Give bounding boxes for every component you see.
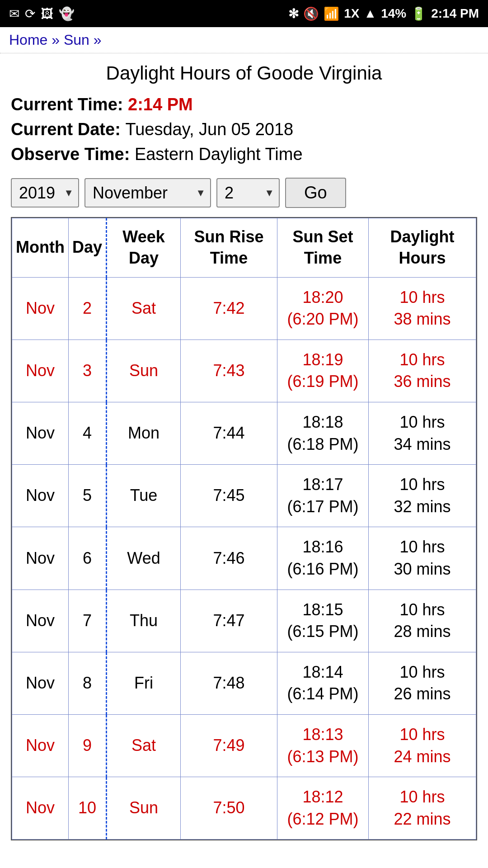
table-row: Nov 10 Sun 7:50 18:12(6:12 PM) 10 hrs22 … <box>12 777 476 840</box>
cell-month: Nov <box>12 402 69 464</box>
cell-day: 4 <box>68 402 106 464</box>
year-select-wrapper: 2018201920202021 ▼ <box>11 178 79 208</box>
cell-set: 18:17(6:17 PM) <box>277 465 368 527</box>
cell-month: Nov <box>12 527 69 590</box>
table-row: Nov 3 Sun 7:43 18:19(6:19 PM) 10 hrs36 m… <box>12 340 476 402</box>
current-time-label: Current Time: <box>11 95 128 114</box>
battery-percent: 14% <box>381 6 406 21</box>
cell-daylight: 10 hrs24 mins <box>369 714 476 777</box>
cell-weekday: Fri <box>107 652 181 714</box>
cell-weekday: Thu <box>107 590 181 652</box>
table-row: Nov 5 Tue 7:45 18:17(6:17 PM) 10 hrs32 m… <box>12 465 476 527</box>
cell-weekday: Sun <box>107 340 181 402</box>
cell-set: 18:16(6:16 PM) <box>277 527 368 590</box>
year-select[interactable]: 2018201920202021 <box>11 178 79 208</box>
cell-daylight: 10 hrs22 mins <box>369 777 476 840</box>
current-time-value: 2:14 PM <box>128 95 193 114</box>
cell-rise: 7:50 <box>181 777 277 840</box>
cell-daylight: 10 hrs32 mins <box>369 465 476 527</box>
cell-weekday: Wed <box>107 527 181 590</box>
cell-month: Nov <box>12 277 69 340</box>
cell-day: 6 <box>68 527 106 590</box>
go-button[interactable]: Go <box>285 178 346 208</box>
cell-daylight: 10 hrs38 mins <box>369 277 476 340</box>
cell-set: 18:15(6:15 PM) <box>277 590 368 652</box>
current-date-row: Current Date: Tuesday, Jun 05 2018 <box>11 120 477 139</box>
month-select[interactable]: JanuaryFebruaryMarchAprilMayJuneJulyAugu… <box>84 178 211 208</box>
cell-rise: 7:49 <box>181 714 277 777</box>
cell-month: Nov <box>12 340 69 402</box>
controls-row: 2018201920202021 ▼ JanuaryFebruaryMarchA… <box>11 178 477 208</box>
cell-set: 18:18(6:18 PM) <box>277 402 368 464</box>
table-body: Nov 2 Sat 7:42 18:20(6:20 PM) 10 hrs38 m… <box>12 277 476 840</box>
daylight-table: Month Day Week Day Sun Rise Time Sun Set… <box>12 218 476 840</box>
cell-daylight: 10 hrs30 mins <box>369 527 476 590</box>
table-row: Nov 6 Wed 7:46 18:16(6:16 PM) 10 hrs30 m… <box>12 527 476 590</box>
ghost-icon: 👻 <box>59 6 75 21</box>
cell-day: 5 <box>68 465 106 527</box>
cell-rise: 7:42 <box>181 277 277 340</box>
breadcrumb[interactable]: Home » Sun » <box>0 27 488 53</box>
cell-rise: 7:45 <box>181 465 277 527</box>
table-row: Nov 8 Fri 7:48 18:14(6:14 PM) 10 hrs26 m… <box>12 652 476 714</box>
day-select[interactable]: 1234567891011121314151617181920212223242… <box>216 178 280 208</box>
cell-daylight: 10 hrs34 mins <box>369 402 476 464</box>
wifi-icon: 📶 <box>324 6 339 21</box>
bluetooth-icon: ✻ <box>288 6 299 21</box>
cell-month: Nov <box>12 777 69 840</box>
current-date-value: Tuesday, Jun 05 2018 <box>125 120 293 139</box>
clock: 2:14 PM <box>431 6 479 21</box>
cell-day: 3 <box>68 340 106 402</box>
cell-weekday: Tue <box>107 465 181 527</box>
cell-day: 9 <box>68 714 106 777</box>
cell-day: 2 <box>68 277 106 340</box>
cell-month: Nov <box>12 714 69 777</box>
daylight-table-container: Month Day Week Day Sun Rise Time Sun Set… <box>11 217 477 840</box>
cell-weekday: Sat <box>107 714 181 777</box>
cell-weekday: Sun <box>107 777 181 840</box>
status-bar: ✉ ⟳ 🖼 👻 ✻ 🔇 📶 1X ▲ 14% 🔋 2:14 PM <box>0 0 488 27</box>
image-icon: 🖼 <box>41 6 53 21</box>
col-weekday: Week Day <box>107 218 181 278</box>
observe-time-label: Observe Time: <box>11 145 135 164</box>
day-select-wrapper: 1234567891011121314151617181920212223242… <box>216 178 280 208</box>
observe-time-row: Observe Time: Eastern Daylight Time <box>11 145 477 164</box>
cell-daylight: 10 hrs36 mins <box>369 340 476 402</box>
refresh-icon: ⟳ <box>25 6 35 21</box>
cell-daylight: 10 hrs26 mins <box>369 652 476 714</box>
cell-rise: 7:47 <box>181 590 277 652</box>
cell-set: 18:13(6:13 PM) <box>277 714 368 777</box>
col-daylight: Daylight Hours <box>369 218 476 278</box>
table-row: Nov 2 Sat 7:42 18:20(6:20 PM) 10 hrs38 m… <box>12 277 476 340</box>
cell-rise: 7:48 <box>181 652 277 714</box>
col-sunrise: Sun Rise Time <box>181 218 277 278</box>
cell-day: 7 <box>68 590 106 652</box>
cell-day: 8 <box>68 652 106 714</box>
cell-month: Nov <box>12 652 69 714</box>
cell-set: 18:20(6:20 PM) <box>277 277 368 340</box>
col-month: Month <box>12 218 69 278</box>
signal-icon: ▲ <box>364 6 376 21</box>
cell-day: 10 <box>68 777 106 840</box>
table-header-row: Month Day Week Day Sun Rise Time Sun Set… <box>12 218 476 278</box>
cell-daylight: 10 hrs28 mins <box>369 590 476 652</box>
network-type: 1X <box>344 6 359 21</box>
table-row: Nov 4 Mon 7:44 18:18(6:18 PM) 10 hrs34 m… <box>12 402 476 464</box>
status-left-icons: ✉ ⟳ 🖼 👻 <box>9 6 75 21</box>
cell-set: 18:12(6:12 PM) <box>277 777 368 840</box>
current-date-label: Current Date: <box>11 120 125 139</box>
month-select-wrapper: JanuaryFebruaryMarchAprilMayJuneJulyAugu… <box>84 178 211 208</box>
mute-icon: 🔇 <box>303 6 319 21</box>
page-title: Daylight Hours of Goode Virginia <box>11 62 477 84</box>
battery-icon: 🔋 <box>411 6 427 21</box>
cell-rise: 7:46 <box>181 527 277 590</box>
cell-weekday: Mon <box>107 402 181 464</box>
cell-set: 18:19(6:19 PM) <box>277 340 368 402</box>
cell-month: Nov <box>12 590 69 652</box>
cell-month: Nov <box>12 465 69 527</box>
mail-icon: ✉ <box>9 6 19 21</box>
status-right-info: ✻ 🔇 📶 1X ▲ 14% 🔋 2:14 PM <box>288 6 479 21</box>
current-time-row: Current Time: 2:14 PM <box>11 95 477 114</box>
table-row: Nov 7 Thu 7:47 18:15(6:15 PM) 10 hrs28 m… <box>12 590 476 652</box>
cell-set: 18:14(6:14 PM) <box>277 652 368 714</box>
